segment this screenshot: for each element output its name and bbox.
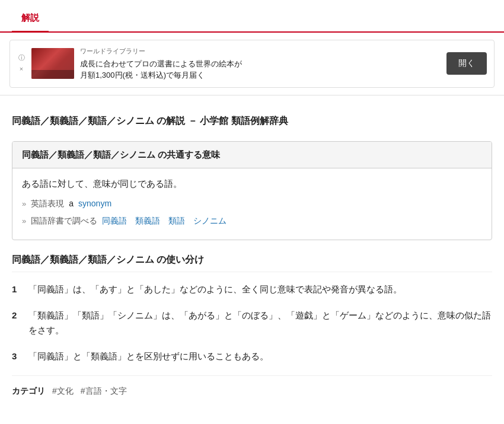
usage-title: 同義語／類義語／類語／シノニム の使い分け [12,252,492,273]
category-tag-1[interactable]: #文化 [52,384,74,397]
usage-list: 1 「同義語」は、「あす」と「あした」などのように、全く同じ意味で表記や発音が異… [12,282,492,364]
link-sinonim[interactable]: シノニム [193,214,227,227]
main-definition: ある語に対して、意味が同じである語。 [22,177,482,191]
usage-text-3: 「同義語」と「類義語」とを区別せずに用いることもある。 [28,349,492,364]
tab-kaisetsu[interactable]: 解説 [12,6,49,33]
kokugo-row: » 国語辞書で調べる 同義語 類義語 類語 シノニム [22,214,482,228]
ad-brand: ワールドライブラリー [80,46,441,57]
usage-item-1: 1 「同義語」は、「あす」と「あした」などのように、全く同じ意味で表記や発音が異… [12,282,492,297]
divider [0,95,504,95]
card-header: 同義語／類義語／類語／シノニム の共通する意味 [12,142,492,168]
ad-image [31,48,74,79]
section-title: 同義語／類義語／類語／シノニム の解説 － 小学館 類語例解辞典 [12,113,492,133]
link-ruigigo[interactable]: 類義語 [135,214,160,227]
usage-num-1: 1 [12,282,21,297]
category-label: カテゴリ [12,384,45,397]
tab-header: 解説 [0,0,504,33]
arrow-icon-2: » [22,215,26,228]
info-icon: ⓘ [18,53,25,63]
usage-num-2: 2 [12,308,21,338]
ad-info-area: ⓘ × [17,53,25,75]
category-tag-2[interactable]: #言語・文字 [81,384,127,397]
synonym-link[interactable]: synonym [78,197,111,210]
usage-num-3: 3 [12,349,21,364]
category-row: カテゴリ #文化 #言語・文字 [12,375,492,397]
kokugo-link-group: 同義語 類義語 類語 シノニム [102,214,227,227]
meaning-card: 同義語／類義語／類語／シノニム の共通する意味 ある語に対して、意味が同じである… [12,141,492,240]
arrow-icon-1: » [22,198,26,211]
card-body: ある語に対して、意味が同じである語。 » 英語表現 a synonym » 国語… [12,168,492,240]
ad-text-area: ワールドライブラリー 成長に合わせてプロの選書による世界の絵本が月額1,300円… [80,46,441,81]
english-label: 英語表現 [31,197,64,210]
main-content: 同義語／類義語／類語／シノニム の解説 － 小学館 類語例解辞典 同義語／類義語… [0,104,504,407]
usage-item-2: 2 「類義語」「類語」「シノニム」は、「あがる」と「のぼる」、「遊戯」と「ゲーム… [12,308,492,338]
link-dogigo[interactable]: 同義語 [102,214,127,227]
usage-item-3: 3 「同義語」と「類義語」とを区別せずに用いることもある。 [12,349,492,364]
category-tags: #文化 #言語・文字 [52,384,127,397]
usage-text-2: 「類義語」「類語」「シノニム」は、「あがる」と「のぼる」、「遊戯」と「ゲーム」な… [28,308,492,338]
ad-open-button[interactable]: 開く [446,52,487,75]
close-icon[interactable]: × [20,64,23,75]
english-row: » 英語表現 a synonym [22,197,482,211]
english-value: a [69,197,74,210]
ad-title: 成長に合わせてプロの選書による世界の絵本が月額1,300円(税・送料込)で毎月届… [80,58,441,81]
ad-banner: ⓘ × ワールドライブラリー 成長に合わせてプロの選書による世界の絵本が月額1,… [9,40,495,88]
link-ruigo[interactable]: 類語 [168,214,185,227]
kokugo-label: 国語辞書で調べる [31,214,97,227]
usage-text-1: 「同義語」は、「あす」と「あした」などのように、全く同じ意味で表記や発音が異なる… [28,282,492,297]
